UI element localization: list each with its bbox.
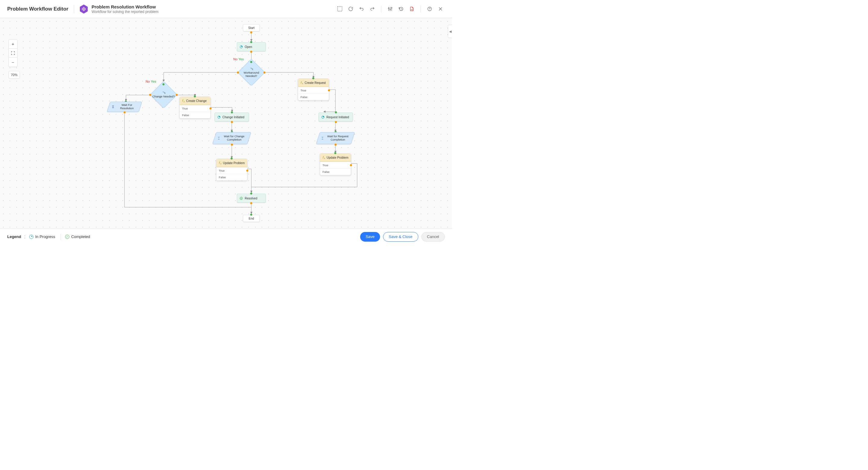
option-true[interactable]: True	[216, 167, 247, 174]
save-close-button[interactable]: Save & Close	[383, 232, 418, 242]
node-update-problem-2[interactable]: ƒxUpdate Problem True False	[320, 153, 351, 175]
node-open[interactable]: Open	[237, 42, 266, 51]
node-request-initiated[interactable]: Request Initiated	[318, 113, 353, 122]
fx-icon: ƒx	[219, 161, 221, 165]
node-create-change[interactable]: ƒxCreate Change True False	[179, 96, 211, 119]
node-wait-change[interactable]: Wait for Change Completion	[214, 132, 249, 144]
toolbar: PDF	[335, 4, 445, 13]
save-button[interactable]: Save	[360, 232, 380, 242]
option-false[interactable]: False	[216, 174, 247, 180]
node-change-needed[interactable]: Change Needed? No Yes	[146, 80, 182, 110]
node-change-initiated[interactable]: Change Initiated	[215, 113, 249, 122]
branch-icon	[250, 67, 253, 70]
node-wait-resolution-label: Wait For Resolution	[116, 104, 137, 110]
svg-point-11	[390, 9, 391, 10]
option-true[interactable]: True	[320, 162, 351, 168]
svg-point-30	[252, 69, 253, 70]
node-start-label: Start	[248, 26, 254, 30]
node-open-label: Open	[245, 45, 252, 49]
branch-icon	[162, 91, 165, 94]
node-end-label: End	[249, 217, 254, 220]
svg-point-17	[429, 10, 430, 10]
node-workaround-needed[interactable]: Workaround Needed? No Yes	[233, 57, 270, 87]
progress-icon	[321, 116, 324, 119]
fx-icon: ƒx	[182, 99, 185, 103]
option-false[interactable]: False	[180, 112, 210, 118]
undo-icon[interactable]	[357, 4, 366, 13]
history-icon[interactable]	[396, 4, 405, 13]
header-divider	[74, 5, 74, 13]
progress-icon	[217, 116, 221, 119]
node-create-request-label: Create Request	[305, 81, 326, 85]
progress-icon	[240, 45, 243, 49]
node-start[interactable]: Start	[243, 24, 260, 31]
node-update-problem-label: Update Problem	[327, 156, 348, 159]
fx-icon: ƒx	[301, 81, 303, 85]
cancel-button[interactable]: Cancel	[421, 232, 445, 242]
svg-point-31	[164, 93, 165, 93]
svg-point-32	[164, 93, 165, 94]
check-circle-icon	[240, 197, 243, 200]
svg-point-9	[388, 8, 389, 9]
close-icon[interactable]	[436, 4, 445, 13]
svg-rect-7	[338, 7, 342, 11]
canvas[interactable]: ◀ + − 70%	[0, 18, 452, 229]
svg-text:PDF: PDF	[410, 9, 413, 10]
svg-point-6	[83, 8, 84, 10]
hourglass-icon	[112, 105, 115, 108]
node-update-problem-label: Update Problem	[223, 161, 245, 165]
legend-completed: ✓ Completed	[65, 234, 90, 239]
svg-point-35	[240, 197, 242, 199]
node-change-needed-label: Change Needed?	[153, 95, 175, 98]
node-wait-resolution[interactable]: Wait For Resolution	[108, 102, 141, 112]
node-change-initiated-label: Change Initiated	[222, 116, 244, 119]
select-area-icon[interactable]	[335, 4, 344, 13]
node-wait-request-label: Wait for Request Completion	[326, 135, 350, 142]
header-bar: Problem Workflow Editor Problem Resoluti…	[0, 0, 452, 18]
svg-point-13	[391, 7, 392, 8]
node-create-request[interactable]: ƒxCreate Request True False	[298, 79, 329, 100]
hourglass-icon	[217, 137, 220, 140]
refresh-icon[interactable]	[346, 4, 355, 13]
option-false[interactable]: False	[298, 93, 329, 100]
progress-icon	[29, 235, 33, 239]
node-resolved[interactable]: Resolved	[237, 194, 266, 203]
redo-icon[interactable]	[368, 4, 377, 13]
legend-in-progress: In Progress	[29, 234, 55, 239]
option-false[interactable]: False	[320, 168, 351, 175]
pdf-export-icon[interactable]: PDF	[407, 4, 416, 13]
node-end[interactable]: End	[243, 215, 260, 222]
workflow-type-icon	[80, 4, 88, 14]
legend-label: Legend	[7, 234, 21, 239]
node-wait-change-label: Wait for Change Completion	[222, 135, 246, 142]
settings-sliders-icon[interactable]	[385, 4, 395, 13]
node-create-change-label: Create Change	[186, 99, 207, 102]
node-workaround-label: Workaround Needed?	[239, 71, 264, 78]
help-icon[interactable]	[425, 4, 434, 13]
node-request-initiated-label: Request Initiated	[327, 116, 349, 119]
node-update-problem-1[interactable]: ƒxUpdate Problem True False	[216, 159, 247, 181]
workflow-title: Problem Resolution Workflow	[92, 4, 158, 9]
footer-bar: Legend : In Progress ✓ Completed Save Sa…	[0, 229, 452, 244]
hourglass-icon	[321, 137, 324, 140]
check-circle-icon: ✓	[65, 235, 69, 239]
node-resolved-label: Resolved	[245, 197, 257, 200]
workflow-subtitle: Workflow for solving the reported proble…	[92, 10, 158, 14]
app-title: Problem Workflow Editor	[7, 6, 68, 12]
nodes-layer: Start Open Workaround Needed? No Yes	[0, 18, 452, 229]
node-wait-request[interactable]: Wait for Request Completion	[318, 132, 353, 144]
option-true[interactable]: True	[180, 105, 210, 112]
svg-point-29	[252, 68, 253, 69]
option-true[interactable]: True	[298, 87, 329, 93]
workflow-title-block: Problem Resolution Workflow Workflow for…	[92, 4, 158, 14]
fx-icon: ƒx	[322, 155, 325, 159]
